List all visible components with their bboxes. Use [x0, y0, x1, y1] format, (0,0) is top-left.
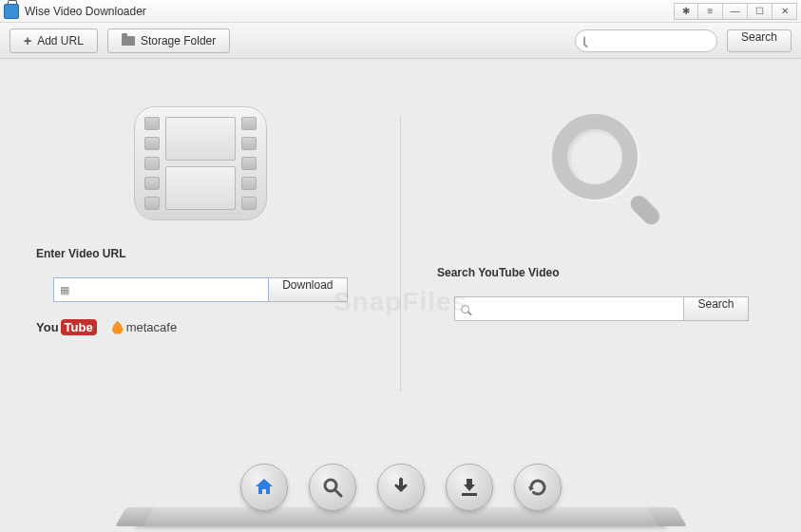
- search-icon: [583, 36, 585, 46]
- magnifier-icon: [535, 106, 668, 239]
- download-button[interactable]: Download: [269, 277, 347, 302]
- maximize-button[interactable]: ☐: [748, 3, 772, 20]
- provider-logos: YouTube metacafe: [36, 319, 177, 335]
- add-url-label: Add URL: [37, 34, 84, 48]
- enter-url-label: Enter Video URL: [36, 247, 125, 260]
- toolbar-search-button-label: Search: [741, 30, 777, 44]
- dock-search-button[interactable]: [309, 464, 356, 511]
- search-input-row: Search: [454, 296, 749, 321]
- menu-icon[interactable]: ≡: [698, 3, 723, 20]
- search-icon: [321, 476, 344, 499]
- film-icon: [134, 106, 267, 220]
- dock-refresh-button[interactable]: [514, 464, 562, 511]
- storage-folder-button[interactable]: Storage Folder: [107, 28, 230, 53]
- app-logo-icon: [4, 4, 19, 19]
- toolbar: + Add URL Storage Folder Search: [0, 23, 801, 59]
- search-icon: [461, 305, 469, 314]
- window-controls: ✱ ≡ — ☐ ✕: [674, 3, 797, 20]
- close-button[interactable]: ✕: [772, 3, 797, 20]
- refresh-icon: [526, 476, 549, 499]
- search-youtube-label: Search YouTube Video: [437, 266, 559, 279]
- url-input-field[interactable]: ▦: [53, 277, 270, 302]
- url-input[interactable]: [75, 283, 269, 296]
- search-input-field[interactable]: [454, 296, 685, 321]
- download-to-tray-icon: [458, 476, 481, 499]
- url-input-row: ▦ Download: [53, 277, 348, 302]
- add-url-button[interactable]: + Add URL: [10, 28, 98, 53]
- dock-home-button[interactable]: [240, 464, 288, 511]
- app-title: Wise Video Downloader: [25, 5, 674, 18]
- metacafe-logo: metacafe: [112, 320, 177, 334]
- settings-gear-icon[interactable]: ✱: [674, 3, 698, 20]
- svg-line-1: [335, 490, 341, 496]
- dock-download-tray-button[interactable]: [446, 464, 493, 511]
- download-arrow-icon: [390, 476, 412, 499]
- dock-download-button[interactable]: [377, 464, 425, 511]
- flame-icon: [112, 321, 124, 334]
- search-youtube-button[interactable]: Search: [684, 296, 748, 321]
- search-youtube-button-label: Search: [697, 297, 734, 311]
- storage-folder-label: Storage Folder: [141, 34, 216, 48]
- svg-rect-2: [462, 493, 477, 496]
- download-button-label: Download: [282, 278, 333, 292]
- youtube-tube: Tube: [61, 319, 97, 335]
- metacafe-text: metacafe: [126, 320, 177, 334]
- toolbar-search-box[interactable]: [575, 29, 717, 52]
- youtube-search-input[interactable]: [475, 302, 684, 315]
- youtube-logo: YouTube: [36, 319, 97, 335]
- minimize-button[interactable]: —: [723, 3, 748, 20]
- plus-icon: +: [24, 33, 31, 48]
- toolbar-search-button[interactable]: Search: [727, 29, 791, 52]
- dock: [240, 464, 562, 511]
- video-clip-icon: ▦: [60, 284, 69, 296]
- titlebar: Wise Video Downloader ✱ ≡ — ☐ ✕: [0, 0, 801, 23]
- folder-icon: [122, 36, 135, 46]
- main-area: SnapFiles Enter Video URL ▦ Download You…: [0, 59, 801, 532]
- home-icon: [253, 476, 276, 499]
- toolbar-search-input[interactable]: [585, 35, 728, 47]
- youtube-you: You: [36, 320, 59, 334]
